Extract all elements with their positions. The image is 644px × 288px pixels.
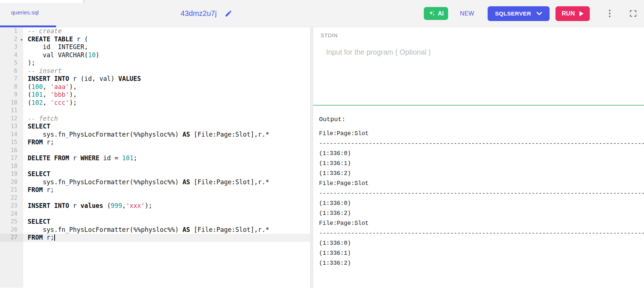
code-line-row[interactable]: 12-- fetch (0, 115, 310, 123)
code-line-row[interactable]: 9(101, 'bbb'), (0, 91, 310, 99)
code-line-row[interactable]: 2▾CREATE TABLE r ( (0, 35, 310, 44)
code-line-row[interactable]: 8(100, 'aaa'), (0, 83, 310, 91)
output-result-row: (1:336:1) (319, 248, 644, 258)
play-icon (579, 11, 584, 16)
code-line: (100, 'aaa'), (23, 83, 77, 91)
language-dropdown[interactable]: SQLSERVER (488, 6, 550, 21)
header-actions: AI NEW SQLSERVER RUN (424, 6, 644, 21)
kebab-menu-icon[interactable] (607, 7, 613, 20)
code-line-row[interactable]: 22 (0, 194, 310, 202)
fullscreen-icon[interactable] (629, 9, 637, 18)
title-area: 43dmz2u7j (63, 9, 350, 18)
stdin-label: STDIN (321, 32, 644, 38)
line-number: 21 (0, 186, 23, 194)
code-line: -- create (23, 27, 62, 35)
output-section: Output: File:Page:Slot------------------… (313, 106, 644, 268)
new-button[interactable]: NEW (460, 10, 474, 17)
code-line (23, 210, 28, 218)
code-line (23, 194, 28, 202)
code-line: SELECT (23, 123, 50, 131)
line-number: 20 (0, 178, 23, 186)
line-number: 15 (0, 138, 23, 147)
output-result-header: File:Page:Slot (319, 219, 644, 229)
line-number: 27 (0, 234, 23, 242)
fold-caret-icon[interactable]: ▾ (21, 36, 22, 44)
chevron-down-icon (536, 11, 542, 16)
code-line-row[interactable]: 18 (0, 162, 310, 171)
code-line-row[interactable]: 4 val VARCHAR(10) (0, 51, 310, 59)
line-number: 24 (0, 210, 23, 218)
run-button-label: RUN (562, 10, 575, 17)
line-number: 9 (0, 91, 23, 99)
language-dropdown-label: SQLSERVER (495, 10, 531, 17)
output-divider-line: ----------------------------------------… (319, 229, 644, 239)
code-line-row[interactable]: 26 sys.fn_PhysLocFormatter(%%physloc%%) … (0, 226, 310, 234)
main-split: 1-- create2▾CREATE TABLE r (3 id INTEGER… (0, 27, 644, 288)
output-result-row: (1:336:0) (319, 199, 644, 209)
code-line: INSERT INTO r values (999,'xxx'); (23, 202, 152, 210)
output-result-header: File:Page:Slot (319, 129, 644, 139)
code-line-row[interactable]: 3 id INTEGER, (0, 43, 310, 51)
code-line-row[interactable]: 25SELECT (0, 218, 310, 226)
pencil-icon (225, 10, 232, 17)
code-line-row[interactable]: 21FROM r; (0, 186, 310, 194)
tab-label: queries.sql (11, 9, 39, 16)
output-result-row: (1:336:2) (319, 209, 644, 219)
output-result-row: (1:336:1) (319, 159, 644, 169)
code-line: FROM r; (23, 186, 54, 194)
code-line-row[interactable]: 7INSERT INTO r (id, val) VALUES (0, 75, 310, 83)
code-line-row[interactable]: 20 sys.fn_PhysLocFormatter(%%physloc%%) … (0, 178, 310, 186)
run-button[interactable]: RUN (555, 6, 590, 21)
output-result-row: (1:336:2) (319, 258, 644, 268)
code-line-row[interactable]: 14 sys.fn_PhysLocFormatter(%%physloc%%) … (0, 131, 310, 139)
code-lines: 1-- create2▾CREATE TABLE r (3 id INTEGER… (0, 27, 310, 242)
code-line: -- insert (23, 67, 62, 75)
code-line-row[interactable]: 6-- insert (0, 67, 310, 75)
line-number: 2▾ (0, 35, 23, 44)
line-number: 8 (0, 83, 23, 91)
ai-button[interactable]: AI (424, 7, 448, 20)
code-line-row[interactable]: 27FROM r; (0, 234, 310, 242)
code-line-row[interactable]: 15FROM r; (0, 138, 310, 147)
output-content: File:Page:Slot--------------------------… (319, 129, 644, 268)
code-line-row[interactable]: 11 (0, 107, 310, 115)
code-line-row[interactable]: 1-- create (0, 27, 310, 35)
line-number: 6 (0, 67, 23, 75)
code-editor[interactable]: 1-- create2▾CREATE TABLE r (3 id INTEGER… (0, 27, 310, 288)
stdin-section: STDIN (313, 32, 644, 106)
stdin-input[interactable] (326, 48, 629, 89)
code-line: INSERT INTO r (id, val) VALUES (23, 75, 141, 83)
panel-divider[interactable] (310, 27, 313, 288)
line-number: 16 (0, 147, 23, 155)
code-line: ); (23, 59, 35, 67)
code-line-row[interactable]: 10(102, 'ccc'); (0, 99, 310, 107)
code-line: sys.fn_PhysLocFormatter(%%physloc%%) AS … (23, 131, 269, 139)
line-number: 12 (0, 115, 23, 123)
code-line-row[interactable]: 17DELETE FROM r WHERE id = 101; (0, 154, 310, 162)
line-number: 1 (0, 27, 23, 35)
code-line-row[interactable]: 16 (0, 147, 310, 155)
sparkles-icon (428, 10, 435, 17)
line-number: 23 (0, 202, 23, 210)
line-number: 19 (0, 170, 23, 178)
code-line-row[interactable]: 13SELECT (0, 123, 310, 131)
line-number: 14 (0, 131, 23, 139)
code-line: sys.fn_PhysLocFormatter(%%physloc%%) AS … (23, 178, 269, 186)
code-line (23, 162, 28, 171)
code-line: FROM r; (23, 138, 54, 147)
code-line: SELECT (23, 218, 50, 226)
io-panel: STDIN Output: File:Page:Slot------------… (313, 27, 644, 288)
edit-title-button[interactable] (225, 10, 232, 17)
line-number: 26 (0, 226, 23, 234)
code-line-row[interactable]: 24 (0, 210, 310, 218)
line-number: 11 (0, 107, 23, 115)
code-line-row[interactable]: 19SELECT (0, 170, 310, 178)
header-bar: queries.sql 43dmz2u7j AI NEW SQLSERVER R… (0, 0, 644, 27)
output-divider-line: ----------------------------------------… (319, 139, 644, 149)
line-number: 10 (0, 99, 23, 107)
ai-button-label: AI (438, 10, 444, 17)
output-divider-line: ----------------------------------------… (319, 189, 644, 199)
code-line-row[interactable]: 23INSERT INTO r values (999,'xxx'); (0, 202, 310, 210)
tab-queries-sql[interactable]: queries.sql (0, 0, 56, 27)
code-line-row[interactable]: 5); (0, 59, 310, 67)
